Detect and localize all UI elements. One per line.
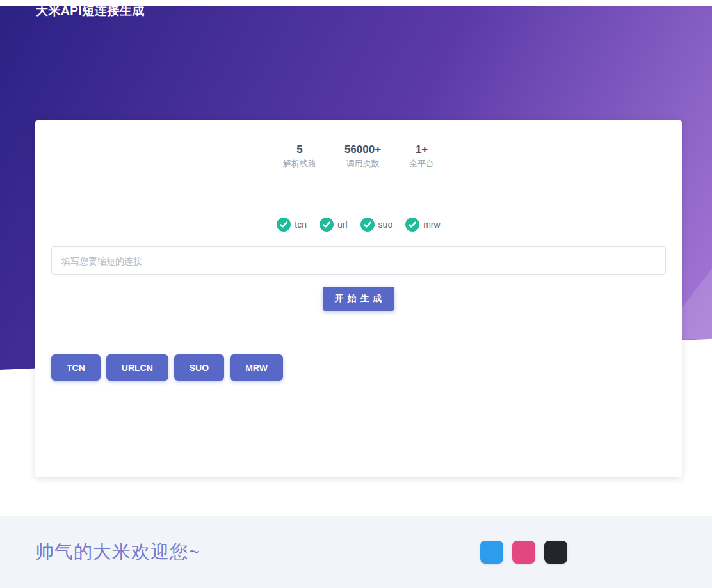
stat-value: 5 bbox=[283, 142, 316, 157]
generate-button-row: 开 始 生 成 bbox=[51, 287, 666, 311]
stat-platforms: 1+ 全平台 bbox=[409, 142, 434, 170]
line-item-tcn: tcn bbox=[277, 218, 307, 232]
check-circle-icon bbox=[277, 218, 291, 232]
line-item-mrw: mrw bbox=[405, 218, 440, 232]
stat-value: 1+ bbox=[409, 142, 434, 157]
check-circle-icon bbox=[320, 218, 334, 232]
stat-calls: 56000+ 调用次数 bbox=[344, 142, 381, 170]
stat-label: 调用次数 bbox=[344, 157, 381, 170]
tab-mrw[interactable]: MRW bbox=[230, 354, 283, 381]
check-circle-icon bbox=[405, 218, 419, 232]
generator-card: 5 解析线路 56000+ 调用次数 1+ 全平台 tcn url bbox=[35, 120, 682, 477]
stat-label: 解析线路 bbox=[283, 157, 316, 170]
lines-row: tcn url suo mrw bbox=[51, 218, 666, 232]
stat-lines: 5 解析线路 bbox=[283, 142, 316, 170]
footer-welcome-text: 帅气的大米欢迎您~ bbox=[35, 539, 200, 565]
tab-suo[interactable]: SUO bbox=[174, 354, 224, 381]
generate-button[interactable]: 开 始 生 成 bbox=[323, 287, 394, 311]
tab-urlcn[interactable]: URLCN bbox=[106, 354, 168, 381]
result-tabs: TCN URLCN SUO MRW bbox=[51, 354, 666, 381]
result-divider bbox=[51, 413, 666, 413]
line-label: suo bbox=[378, 219, 393, 230]
stat-value: 56000+ bbox=[344, 142, 381, 157]
social-pink-square-icon[interactable] bbox=[512, 541, 535, 564]
line-item-url: url bbox=[320, 218, 348, 232]
check-circle-icon bbox=[360, 218, 375, 232]
line-label: tcn bbox=[295, 219, 307, 230]
footer-social-row bbox=[480, 541, 567, 564]
footer: 帅气的大米欢迎您~ bbox=[0, 516, 712, 588]
stats-row: 5 解析线路 56000+ 调用次数 1+ 全平台 bbox=[51, 142, 666, 170]
social-blue-square-icon[interactable] bbox=[480, 541, 503, 564]
stat-label: 全平台 bbox=[409, 157, 434, 170]
line-item-suo: suo bbox=[360, 218, 393, 232]
top-strip bbox=[0, 0, 712, 6]
line-label: mrw bbox=[423, 219, 440, 230]
tab-tcn[interactable]: TCN bbox=[51, 354, 101, 381]
url-input[interactable] bbox=[51, 246, 666, 275]
social-dark-square-icon[interactable] bbox=[544, 541, 567, 564]
line-label: url bbox=[337, 219, 348, 230]
